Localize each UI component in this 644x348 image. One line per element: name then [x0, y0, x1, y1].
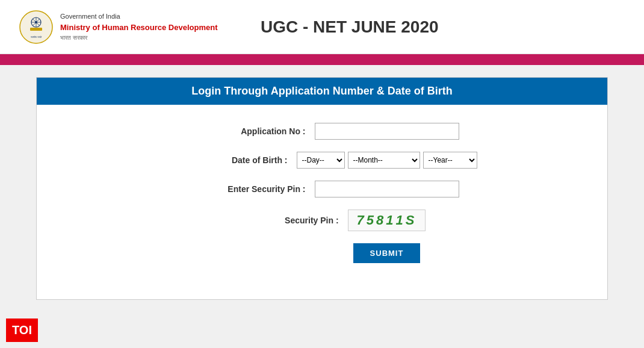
govt-label: Government of India — [60, 11, 218, 22]
captcha-display: 75811S — [348, 210, 426, 231]
logo-text: Government of India Ministry of Human Re… — [60, 11, 218, 42]
hindi-text: भारत सरकार — [60, 33, 218, 42]
ministry-title: Ministry of Human Resource Development — [60, 22, 218, 34]
pink-stripe — [0, 54, 644, 65]
dob-year-select[interactable]: --Year--19801981198219831984198519861987… — [423, 152, 477, 169]
security-pin-input[interactable] — [315, 181, 459, 197]
header: सत्यमेव जयते Government of India Ministr… — [0, 0, 644, 54]
security-pin-row: Enter Security Pin : — [61, 181, 583, 197]
svg-text:सत्यमेव जयते: सत्यमेव जयते — [30, 36, 42, 39]
toi-badge: TOI — [6, 318, 38, 342]
govt-emblem-icon: सत्यमेव जयते — [18, 9, 54, 45]
application-no-input[interactable] — [315, 123, 459, 140]
submit-row: SUBMIT — [61, 243, 583, 263]
dob-month-select[interactable]: --Month--JanuaryFebruaryMarchAprilMayJun… — [348, 152, 420, 169]
form-header: Login Through Application Number & Date … — [37, 78, 607, 105]
page-title: UGC - NET JUNE 2020 — [218, 17, 482, 37]
svg-rect-7 — [30, 28, 42, 31]
captcha-row: Security Pin : 75811S — [61, 210, 583, 231]
form-container: Login Through Application Number & Date … — [36, 77, 608, 300]
main-content: Login Through Application Number & Date … — [0, 65, 644, 312]
security-pin-label: Enter Security Pin : — [185, 184, 306, 194]
dob-selects: --Day--123456789101112131415161718192021… — [297, 152, 477, 169]
captcha-label: Security Pin : — [218, 216, 339, 225]
application-no-row: Application No : — [61, 123, 583, 140]
logo-area: सत्यमेव जयते Government of India Ministr… — [18, 9, 218, 45]
submit-button[interactable]: SUBMIT — [353, 243, 421, 263]
dob-row: Date of Birth : --Day--12345678910111213… — [61, 152, 583, 169]
dob-day-select[interactable]: --Day--123456789101112131415161718192021… — [297, 152, 345, 169]
form-body: Application No : Date of Birth : --Day--… — [37, 105, 607, 299]
dob-label: Date of Birth : — [167, 155, 288, 165]
application-no-label: Application No : — [185, 126, 306, 136]
